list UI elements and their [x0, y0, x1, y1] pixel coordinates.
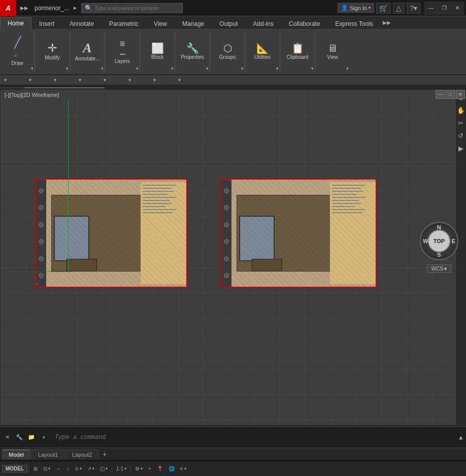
status-globe-btn[interactable]: 🌐: [166, 464, 177, 473]
annotate-button[interactable]: A Annotate...: [74, 37, 101, 67]
ribbon-bottom-expand-6[interactable]: ▾: [128, 77, 131, 83]
clipboard-expand[interactable]: ▾: [311, 66, 314, 71]
status-location-btn[interactable]: 📍: [154, 464, 165, 473]
status-model-label[interactable]: MODEL: [2, 465, 27, 472]
viewport-close[interactable]: ✕: [456, 90, 465, 99]
utilities-icon: 📐: [256, 43, 269, 53]
tab-parametric[interactable]: Parametric: [102, 18, 146, 29]
status-grid-btn[interactable]: ⊞: [31, 464, 40, 473]
annotate-icon: A: [83, 42, 91, 55]
status-scale-display[interactable]: 1:1▾: [114, 464, 129, 473]
help-icon-btn[interactable]: ?▾: [407, 3, 420, 14]
layers-expand[interactable]: ▾: [136, 66, 139, 71]
ribbon-bottom-expand-2[interactable]: ▾: [29, 77, 31, 83]
tab-view[interactable]: View: [146, 18, 175, 29]
annotate-expand[interactable]: ▾: [101, 66, 104, 71]
status-polar-btn[interactable]: ↕: [64, 464, 72, 473]
modify-expand[interactable]: ▾: [66, 66, 69, 71]
close-button[interactable]: ✕: [451, 2, 464, 15]
ribbon-bottom-expand-8[interactable]: ▾: [178, 77, 181, 83]
statusbar: MODEL ⊞ ⊡▾ ↔ ↕ ⊙▾ ↗▾ ◫▾ 1:1▾ ⚙▾ + 📍 🌐 ≡▾: [0, 461, 466, 476]
viewport-maximize[interactable]: □: [446, 90, 455, 99]
tab-home[interactable]: Home: [0, 17, 31, 29]
status-menu-btn[interactable]: ≡▾: [178, 464, 189, 473]
search-input[interactable]: [94, 5, 179, 11]
ribbon-bottom-expand-4[interactable]: ▾: [79, 77, 81, 83]
layout-tab-1[interactable]: Layout1: [31, 450, 64, 459]
command-input[interactable]: [51, 432, 456, 443]
status-snap-btn[interactable]: ⊡▾: [41, 464, 53, 473]
compass-west: W: [423, 238, 428, 244]
cmd-folder[interactable]: 📁: [26, 432, 37, 443]
app-logo[interactable]: A: [0, 0, 16, 16]
groups-button[interactable]: ⬡ Groups: [214, 37, 241, 67]
modify-button[interactable]: ✛ Modify: [39, 37, 65, 67]
layout-tab-2[interactable]: Layout2: [65, 450, 98, 459]
restore-button[interactable]: ❐: [438, 2, 451, 15]
draw-button[interactable]: ╱━ Draw: [4, 35, 30, 69]
cross-marker: ✕: [45, 279, 51, 287]
status-settings-btn[interactable]: ⚙▾: [132, 464, 145, 473]
view-expand[interactable]: ▾: [346, 66, 349, 71]
properties-button[interactable]: 🔧 Properties: [179, 37, 206, 67]
tab-addins[interactable]: Add-ins: [245, 18, 281, 29]
draw-expand[interactable]: ▾: [31, 66, 34, 71]
bottom-left-marker: ⬝: [35, 281, 39, 288]
properties-expand[interactable]: ▾: [206, 66, 209, 71]
ribbon-expand-icon[interactable]: ▶▶: [382, 17, 392, 27]
tab-collaborate[interactable]: Collaborate: [281, 18, 327, 29]
status-add-btn[interactable]: +: [146, 464, 154, 473]
layout-tab-model[interactable]: Model: [2, 450, 30, 459]
spiral-dot: [39, 273, 44, 278]
viewport-minimize[interactable]: —: [436, 90, 445, 99]
tab-manage[interactable]: Manage: [175, 18, 212, 29]
compass-top-button[interactable]: TOP: [428, 230, 450, 252]
status-otrack-btn[interactable]: ↗▾: [85, 464, 97, 473]
groups-expand[interactable]: ▾: [241, 66, 244, 71]
layout-add-button[interactable]: +: [99, 449, 110, 459]
utilities-expand[interactable]: ▾: [276, 66, 279, 71]
hand-tool[interactable]: ✋: [457, 105, 465, 116]
ribbon-bottom-expand-3[interactable]: ▾: [54, 77, 56, 83]
viewport-label[interactable]: [-][Top][2D Wireframe]: [1, 90, 63, 100]
layers-button[interactable]: ≡━━ Layers: [109, 37, 136, 67]
search-box[interactable]: 🔍: [81, 3, 183, 13]
spiral-dot: [39, 222, 44, 227]
ribbon-bottom-expand-5[interactable]: ▾: [104, 77, 106, 83]
tab-output[interactable]: Output: [212, 18, 245, 29]
block-button[interactable]: ⬜ Block: [144, 37, 171, 67]
status-ducs-btn[interactable]: ◫▾: [97, 464, 110, 473]
modify-icon: ✛: [48, 43, 57, 54]
cmd-settings[interactable]: 🔧: [14, 432, 24, 443]
nav-forward[interactable]: ▶▶: [20, 5, 28, 11]
tab-express-tools[interactable]: Express Tools: [327, 18, 380, 29]
cmd-expand-arrow[interactable]: ▲: [458, 434, 464, 441]
current-filename: pormenor_...: [32, 5, 71, 12]
scroll-right[interactable]: ▶: [457, 143, 465, 154]
cmd-dropdown[interactable]: ▾: [39, 432, 49, 443]
draw-icon: ╱━: [14, 37, 21, 59]
signin-button[interactable]: 👤 Sign In ▾: [338, 3, 374, 13]
block-icon: ⬜: [151, 43, 164, 53]
ribbon-bottom-expand-7[interactable]: ▾: [153, 77, 156, 83]
minimize-button[interactable]: —: [424, 2, 438, 15]
wcs-button[interactable]: WCS ▾: [427, 264, 451, 273]
canvas-area[interactable]: [-][Top][2D Wireframe] — □ ✕ Y: [0, 89, 466, 426]
communicate-icon-btn[interactable]: △: [393, 3, 405, 14]
rotate-tool[interactable]: ↺: [457, 130, 465, 141]
utilities-button[interactable]: 📐 Utilities: [249, 37, 276, 67]
groups-icon: ⬡: [223, 43, 232, 53]
drawing-content-left: [46, 180, 186, 287]
clipboard-button[interactable]: 📋 Clipboard: [284, 37, 311, 67]
cmd-close[interactable]: ✕: [2, 432, 12, 443]
scissors-tool[interactable]: ✂: [457, 117, 465, 128]
ribbon-bottom-expand-1[interactable]: ▾: [4, 77, 7, 83]
tab-insert[interactable]: Insert: [31, 18, 62, 29]
block-expand[interactable]: ▾: [171, 66, 174, 71]
status-ortho-btn[interactable]: ↔: [53, 464, 63, 473]
status-osnap-btn[interactable]: ⊙▾: [72, 464, 84, 473]
view-button[interactable]: 🖥 View: [319, 37, 346, 67]
cart-icon-btn[interactable]: 🛒: [376, 3, 391, 14]
tab-annotate[interactable]: Annotate: [62, 18, 102, 29]
status-sep-3: [130, 465, 131, 472]
